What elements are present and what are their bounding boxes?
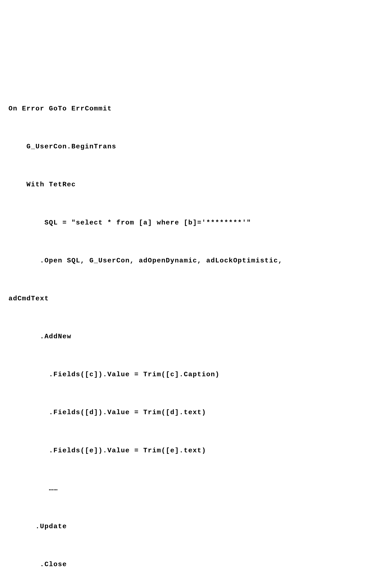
code-line: …… <box>9 479 364 498</box>
code-line: adCmdText <box>9 289 364 308</box>
code-line: .Update <box>9 517 364 536</box>
code-line: .Fields([e]).Value = Trim([e].text) <box>9 441 364 460</box>
code-line: .Fields([c]).Value = Trim([c].Caption) <box>9 365 364 384</box>
code-block: On Error GoTo ErrCommit G_UserCon.BeginT… <box>9 80 364 588</box>
code-line: .Fields([d]).Value = Trim([d].text) <box>9 403 364 422</box>
code-line: .Close <box>9 555 364 574</box>
code-line: With TetRec <box>9 175 364 194</box>
code-line: .AddNew <box>9 327 364 346</box>
code-line: .Open SQL, G_UserCon, adOpenDynamic, adL… <box>9 251 364 270</box>
code-line: On Error GoTo ErrCommit <box>9 99 364 118</box>
code-line: G_UserCon.BeginTrans <box>9 137 364 156</box>
code-line: SQL = "select * from [a] where [b]='****… <box>9 213 364 232</box>
